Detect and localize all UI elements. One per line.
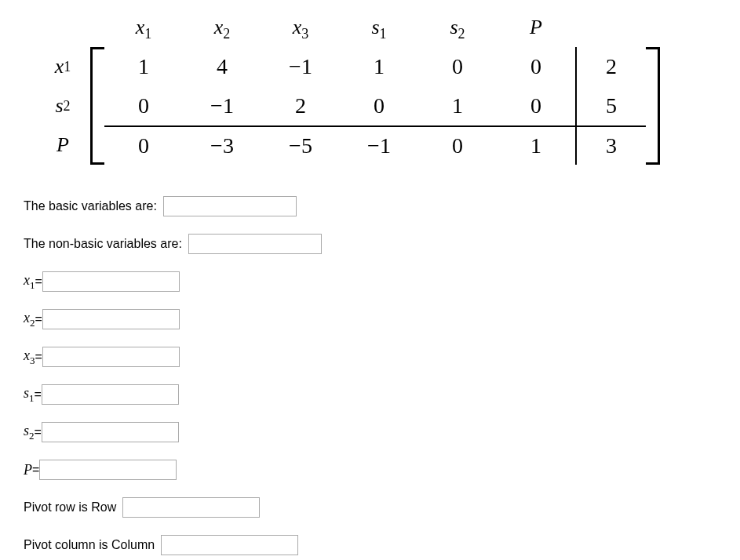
col-header-x1: x1: [104, 16, 183, 47]
x3-row: x3 =: [24, 347, 716, 367]
equals: =: [35, 425, 42, 439]
p-input[interactable]: [39, 460, 177, 480]
matrix-row-3: 0 −3 −5 −1 0 1 3: [104, 125, 646, 165]
basic-variables-input[interactable]: [163, 196, 297, 216]
equals: =: [35, 350, 42, 364]
cell: −1: [261, 54, 340, 79]
col-header-s2: s2: [418, 16, 497, 47]
cell: 1: [104, 54, 183, 79]
pivot-row-row: Pivot row is Row: [24, 497, 716, 518]
nonbasic-variables-input[interactable]: [188, 234, 322, 254]
matrix-cells: 1 4 −1 1 0 0 2 0 −1 2 0 1 0 5: [104, 47, 646, 165]
col-header-s1: s1: [340, 16, 418, 47]
x3-label: x3: [24, 347, 35, 367]
cell: 2: [261, 93, 340, 118]
cell: −5: [261, 133, 340, 158]
cell: 0: [497, 54, 575, 79]
cell: −1: [340, 133, 418, 158]
p-row-form: P =: [24, 460, 716, 480]
cell: 0: [104, 133, 183, 158]
matrix: x1 x2 x3 s1 s2 P 1 4 −1 1 0 0 2: [90, 16, 660, 165]
bracket-right: [646, 47, 660, 165]
cell: 1: [497, 133, 575, 158]
column-headers: x1 x2 x3 s1 s2 P: [104, 16, 660, 47]
simplex-tableau: x1 s2 P x1 x2 x3 s1 s2 P 1 4 −1 1 0 0: [47, 16, 716, 165]
nonbasic-variables-label: The non-basic variables are:: [24, 237, 182, 251]
equals: =: [35, 312, 42, 326]
col-header-x3: x3: [261, 16, 340, 47]
pivot-col-label: Pivot column is Column: [24, 538, 155, 552]
equals: =: [32, 463, 39, 477]
cell: 0: [418, 54, 497, 79]
s2-row: s2 =: [24, 422, 716, 442]
matrix-row-1: 1 4 −1 1 0 0 2: [104, 47, 646, 86]
basic-variables-label: The basic variables are:: [24, 199, 157, 213]
col-header-x2: x2: [183, 16, 261, 47]
x2-row: x2 =: [24, 309, 716, 329]
col-header-p: P: [497, 16, 575, 47]
col-header-rhs: [575, 16, 646, 47]
cell: 0: [104, 93, 183, 118]
s1-row: s1 =: [24, 384, 716, 405]
equals: =: [35, 275, 42, 289]
row-label-x1: x1: [47, 47, 78, 86]
cell: −3: [183, 133, 261, 158]
bracket-left: [90, 47, 104, 165]
x2-input[interactable]: [42, 309, 180, 329]
s1-input[interactable]: [42, 384, 179, 405]
x1-row: x1 =: [24, 271, 716, 292]
pivot-row-input[interactable]: [122, 497, 260, 518]
cell: 1: [340, 54, 418, 79]
rhs-cell: 3: [575, 127, 646, 165]
matrix-row-2: 0 −1 2 0 1 0 5: [104, 86, 646, 125]
pivot-row-label: Pivot row is Row: [24, 500, 116, 515]
row-label-p: P: [47, 125, 78, 165]
basic-variables-row: The basic variables are:: [24, 196, 716, 216]
cell: 4: [183, 54, 261, 79]
pivot-col-row: Pivot column is Column: [24, 535, 716, 555]
pivot-col-input[interactable]: [161, 535, 298, 555]
row-label-s2: s2: [47, 86, 78, 125]
x1-label: x1: [24, 272, 35, 292]
equals: =: [35, 387, 42, 402]
x2-label: x2: [24, 310, 35, 329]
form-section: The basic variables are: The non-basic v…: [24, 196, 716, 555]
x1-input[interactable]: [42, 271, 180, 292]
rhs-cell: 2: [575, 47, 646, 86]
cell: 0: [497, 93, 575, 118]
cell: 1: [418, 93, 497, 118]
s2-label: s2: [24, 423, 35, 442]
p-label: P: [24, 462, 32, 478]
cell: 0: [418, 133, 497, 158]
s2-input[interactable]: [42, 422, 179, 442]
cell: −1: [183, 93, 261, 118]
row-labels: x1 s2 P: [47, 47, 78, 165]
rhs-cell: 5: [575, 86, 646, 125]
cell: 0: [340, 93, 418, 118]
nonbasic-variables-row: The non-basic variables are:: [24, 234, 716, 254]
s1-label: s1: [24, 385, 35, 405]
x3-input[interactable]: [42, 347, 180, 367]
matrix-body: 1 4 −1 1 0 0 2 0 −1 2 0 1 0 5: [90, 47, 660, 165]
